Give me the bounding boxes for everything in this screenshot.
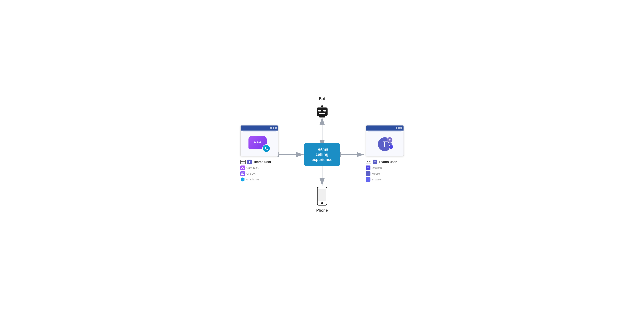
browser-icon: T	[366, 177, 370, 182]
svg-rect-9	[319, 113, 325, 114]
left-panel-labels: T Teams user Core SDK	[240, 159, 272, 182]
right-user-label: T Teams user	[366, 159, 397, 164]
left-graph-api-row: G Graph API	[240, 177, 272, 182]
svg-point-15	[321, 202, 323, 204]
ui-sdk-icon	[240, 171, 245, 176]
center-box: Teams calling experience	[304, 143, 340, 166]
right-desktop-row: T Desktop	[366, 165, 397, 170]
id-card-icon	[240, 160, 246, 164]
mobile-icon: T	[366, 171, 370, 176]
desktop-icon: T	[366, 165, 370, 170]
left-browser-titlebar	[241, 125, 278, 130]
bubble-dot	[257, 141, 258, 143]
titlebar-dot	[400, 127, 402, 129]
right-browser-window: T T	[366, 125, 404, 156]
svg-text:T: T	[382, 140, 387, 148]
right-panel: T T T Tea	[366, 125, 404, 182]
svg-text:G: G	[242, 178, 244, 181]
left-user-label: T Teams user	[240, 159, 272, 164]
svg-point-26	[243, 168, 244, 169]
chat-bubble	[248, 136, 270, 152]
svg-text:T: T	[249, 161, 250, 164]
svg-text:T: T	[374, 161, 376, 164]
svg-point-33	[242, 174, 243, 175]
svg-point-32	[243, 174, 244, 175]
svg-point-25	[241, 168, 242, 169]
left-core-sdk-label: Core SDK	[246, 166, 259, 169]
svg-rect-12	[319, 116, 325, 118]
left-browser-body	[241, 132, 278, 156]
id-card-icon-right	[366, 160, 371, 164]
svg-rect-30	[241, 172, 244, 173]
titlebar-dot	[273, 127, 274, 129]
svg-rect-31	[241, 173, 244, 174]
right-panel-labels: T Teams user T Desktop T Mobile	[366, 159, 397, 182]
right-mobile-label: Mobile	[372, 172, 380, 175]
bubble-dot	[254, 141, 256, 143]
core-sdk-icon	[240, 165, 245, 170]
right-user-title: Teams user	[379, 160, 397, 164]
titlebar-dot	[270, 127, 272, 129]
svg-text:T: T	[389, 138, 390, 142]
svg-text:T: T	[367, 172, 369, 175]
teams-logo-icon: T T	[375, 136, 395, 152]
svg-rect-11	[322, 106, 322, 108]
svg-point-18	[241, 161, 243, 162]
bubble-dot	[260, 141, 261, 143]
svg-point-24	[242, 167, 243, 168]
svg-text:T: T	[367, 178, 369, 181]
left-browser-window	[240, 125, 278, 156]
right-desktop-label: Desktop	[372, 166, 382, 169]
right-mobile-row: T Mobile	[366, 171, 397, 176]
right-browser-body: T T	[366, 132, 404, 156]
svg-rect-19	[243, 161, 245, 161]
bot-label: Bot	[319, 96, 325, 101]
svg-rect-7	[318, 110, 321, 112]
titlebar-dot	[275, 127, 277, 129]
right-browser-titlebar	[366, 125, 404, 130]
phone-label: Phone	[316, 208, 328, 213]
svg-rect-42	[366, 160, 371, 164]
phone-area: Phone	[316, 186, 328, 213]
svg-rect-6	[317, 108, 328, 116]
svg-rect-45	[368, 162, 370, 162]
graph-api-icon: G	[240, 177, 245, 182]
titlebar-dot	[396, 127, 397, 129]
svg-text:T: T	[367, 166, 369, 169]
teams-icon-left: T	[247, 159, 252, 164]
phone-icon	[316, 186, 328, 206]
bot-area: Bot	[314, 96, 330, 119]
left-graph-api-label: Graph API	[246, 178, 259, 181]
svg-rect-17	[240, 160, 246, 164]
center-label: Teams calling experience	[312, 147, 332, 162]
titlebar-dot	[398, 127, 400, 129]
right-browser-label: Browser	[372, 178, 382, 181]
bot-icon	[314, 103, 330, 119]
left-core-sdk-row: Core SDK	[240, 165, 272, 170]
left-panel: T Teams user Core SDK	[240, 125, 278, 182]
diagram: Bot Teams calling experience P	[240, 96, 404, 213]
svg-rect-20	[243, 162, 245, 162]
phone-call-icon	[262, 144, 270, 152]
svg-rect-14	[318, 189, 326, 201]
svg-rect-44	[368, 161, 370, 161]
svg-point-41	[389, 145, 393, 149]
svg-point-34	[241, 174, 242, 175]
left-user-title: Teams user	[254, 160, 272, 164]
left-ui-sdk-row: UI SDK	[240, 171, 272, 176]
svg-rect-16	[321, 188, 323, 188]
teams-icon-right: T	[372, 159, 377, 164]
left-ui-sdk-label: UI SDK	[246, 172, 256, 175]
svg-point-43	[366, 161, 368, 162]
right-browser-row: T Browser	[366, 177, 397, 182]
svg-rect-8	[323, 110, 326, 112]
